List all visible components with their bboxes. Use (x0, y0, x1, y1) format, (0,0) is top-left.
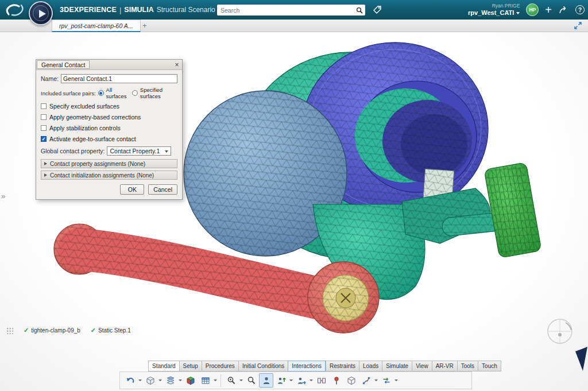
ribbon-tab-touch[interactable]: Touch (478, 361, 501, 371)
viewport-corner-arrow-icon[interactable] (575, 347, 587, 371)
undo-caret[interactable] (138, 373, 142, 388)
person-promote-caret[interactable] (289, 373, 293, 388)
cube-icon (146, 376, 155, 385)
new-tab-button[interactable]: + (142, 21, 147, 30)
swap-arrows-icon (382, 376, 391, 385)
zoom-area-icon (227, 376, 236, 385)
ribbon-tab-initial-conditions[interactable]: Initial Conditions (238, 361, 288, 371)
top-bar: 3DEXPERIENCE | SIMULIA Structural Scenar… (0, 0, 588, 20)
application-window: 3DEXPERIENCE | SIMULIA Structural Scenar… (0, 0, 588, 391)
expand-arrow-icon (44, 173, 47, 177)
person-select-button[interactable] (259, 373, 273, 388)
checkbox-geometry-corrections[interactable]: Apply geometry-based corrections (41, 114, 177, 121)
undo-button[interactable] (123, 373, 137, 388)
pin-button[interactable] (329, 373, 343, 388)
user-menu[interactable]: Ryan PRIGE rpv_West_CATI (468, 3, 520, 16)
document-tab-label: rpv_post-cam-clamp-60 A... (59, 22, 133, 29)
colored-cube-tool-button[interactable] (183, 373, 198, 388)
app-name: SIMULIA (124, 6, 153, 14)
ribbon-tab-loads[interactable]: Loads (359, 361, 382, 371)
swap-arrows-caret[interactable] (394, 373, 399, 388)
box-outline-icon (347, 376, 356, 385)
maximize-widget-icon[interactable] (574, 21, 582, 30)
ribbon-tab-ar-vr[interactable]: AR-VR (432, 361, 457, 371)
expand-arrow-icon (44, 162, 47, 165)
ribbon-tab-procedures[interactable]: Procedures (202, 361, 238, 371)
box-outline-button[interactable] (344, 373, 358, 388)
swap-arrows-button[interactable] (379, 373, 393, 388)
title-divider: | (119, 6, 121, 14)
ribbon-tab-simulate[interactable]: Simulate (382, 361, 412, 371)
check-icon: ✓ (91, 327, 96, 334)
add-content-button[interactable]: + (545, 4, 552, 16)
search-icon[interactable] (354, 5, 365, 16)
mesh-dots-icon[interactable] (6, 327, 13, 334)
topbar-right-cluster: Ryan PRIGE rpv_West_CATI HP + ? (468, 0, 585, 20)
status-item-label: tighten-clamp-09_b (31, 327, 80, 334)
close-icon[interactable]: × (172, 60, 181, 69)
3d-compass-widget[interactable] (29, 1, 53, 25)
person-transfer-caret[interactable] (309, 373, 314, 388)
radio-all-surfaces-label: All surfaces (106, 87, 130, 99)
checkbox-edge-to-surface-contact[interactable]: ✓ Activate edge-to-surface contact (41, 136, 177, 142)
split-view-button[interactable] (314, 373, 328, 388)
cube-tool-caret[interactable] (158, 373, 163, 388)
ribbon-tab-standard[interactable]: Standard (148, 361, 179, 371)
contact-property-assignments-section[interactable]: Contact property assignments (None) (41, 159, 177, 168)
checkbox-stabilization-controls[interactable]: Apply stabilization controls (41, 125, 177, 131)
checkbox-box-checked[interactable]: ✓ (41, 136, 47, 142)
document-tab[interactable]: rpv_post-cam-clamp-60 A... (52, 20, 141, 32)
layers-icon (166, 376, 175, 385)
avatar[interactable]: HP (526, 3, 539, 16)
radio-specified-surfaces[interactable] (132, 90, 138, 96)
radio-specified-surfaces-label: Specified surfaces (140, 87, 177, 99)
status-item-label: Static Step.1 (98, 327, 131, 334)
ribbon-tab-bar: Standard Setup Procedures Initial Condit… (148, 361, 501, 371)
cancel-button[interactable]: Cancel (148, 184, 177, 195)
included-pairs-label: Included surface pairs: (41, 90, 96, 96)
dassault-systemes-logo (4, 2, 27, 17)
share-button[interactable] (558, 5, 569, 15)
radio-all-surfaces[interactable] (98, 90, 104, 96)
results-table-caret[interactable] (213, 373, 218, 388)
ribbon-tab-tools[interactable]: Tools (457, 361, 478, 371)
cube-tool-button[interactable] (143, 373, 157, 388)
ribbon-tab-restraints[interactable]: Restraints (326, 361, 359, 371)
layers-tool-caret[interactable] (178, 373, 183, 388)
checkbox-specify-excluded-surfaces[interactable]: Specify excluded surfaces (41, 103, 177, 110)
search-input[interactable] (217, 7, 354, 14)
ok-button[interactable]: OK (120, 184, 144, 195)
zoom-area-button[interactable] (224, 373, 238, 388)
toolbar-separator (220, 374, 221, 387)
zoom-area-caret[interactable] (239, 373, 243, 388)
split-icon (317, 376, 326, 385)
checkbox-box[interactable] (41, 125, 47, 131)
user-name: Ryan PRIGE (468, 3, 520, 9)
bookmark-tag-icon[interactable] (372, 5, 382, 15)
ribbon-tab-setup[interactable]: Setup (179, 361, 202, 371)
colored-cube-icon (186, 376, 195, 385)
results-table-button[interactable] (198, 373, 212, 388)
status-item-step[interactable]: ✓ Static Step.1 (91, 327, 131, 334)
help-button[interactable]: ? (575, 5, 585, 14)
connector-button[interactable] (359, 373, 373, 388)
ribbon-tab-view[interactable]: View (412, 361, 432, 371)
connector-caret[interactable] (374, 373, 378, 388)
ribbon-tab-interactions[interactable]: Interactions (288, 361, 326, 371)
zoom-button[interactable] (244, 373, 258, 388)
viewport-3d[interactable]: » General Contact × Name: Included surfa… (0, 32, 588, 391)
action-toolbar (119, 371, 472, 389)
panel-expander-chevron[interactable]: » (1, 192, 5, 200)
checkbox-box[interactable] (41, 103, 47, 109)
status-item-mesh[interactable]: ✓ tighten-clamp-09_b (24, 327, 80, 334)
dialog-title-bar[interactable]: General Contact × (36, 60, 182, 70)
contact-initialization-assignments-section[interactable]: Contact initialization assignments (None… (41, 171, 177, 180)
person-promote-button[interactable] (274, 373, 288, 388)
contact-property-select[interactable]: Contact Property.1 (107, 146, 171, 156)
person-arrow-up-icon (277, 376, 286, 385)
checkbox-box[interactable] (41, 114, 47, 120)
person-transfer-button[interactable] (294, 373, 308, 388)
name-field[interactable] (61, 74, 177, 83)
layers-tool-button[interactable] (163, 373, 177, 388)
view-navigation-compass[interactable] (548, 319, 572, 343)
